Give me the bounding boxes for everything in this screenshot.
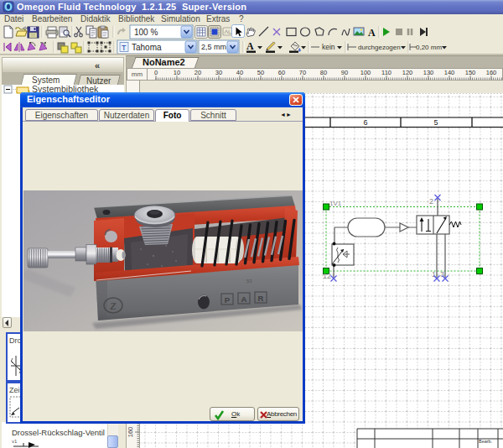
svg-text:20: 20 — [194, 69, 201, 76]
svg-text:Z: Z — [109, 300, 117, 312]
svg-text:6: 6 — [363, 118, 367, 127]
svg-text:53: 53 — [246, 279, 252, 284]
svg-text:140: 140 — [444, 69, 455, 76]
svg-text:v1: v1 — [12, 439, 18, 444]
svg-text:5: 5 — [433, 118, 438, 127]
svg-text:A: A — [368, 27, 376, 39]
svg-text:160: 160 — [486, 69, 497, 76]
svg-text:Zei: Zei — [9, 386, 20, 394]
svg-text:12: 12 — [323, 272, 331, 280]
svg-text:150: 150 — [465, 69, 476, 76]
svg-text:A: A — [246, 40, 254, 52]
svg-text:10: 10 — [174, 69, 180, 76]
svg-text:0: 0 — [154, 69, 158, 76]
svg-text:A: A — [241, 294, 247, 304]
svg-text:0,20 mm: 0,20 mm — [416, 44, 442, 51]
svg-text:P: P — [225, 295, 231, 305]
svg-text:T: T — [122, 44, 127, 52]
svg-text:160: 160 — [127, 427, 134, 438]
svg-text:40: 40 — [236, 69, 243, 76]
svg-text:100: 100 — [360, 69, 371, 76]
svg-text:90: 90 — [341, 69, 348, 76]
svg-text:50: 50 — [257, 69, 264, 76]
svg-text:120: 120 — [402, 69, 413, 76]
svg-text:1V1: 1V1 — [329, 200, 342, 207]
svg-text:Tahoma: Tahoma — [132, 43, 162, 52]
svg-text:kein: kein — [322, 43, 335, 51]
svg-text:70: 70 — [299, 69, 306, 76]
svg-text:R: R — [258, 294, 264, 303]
svg-text:30: 30 — [215, 69, 222, 76]
svg-text:100 %: 100 % — [134, 28, 158, 37]
svg-text:110: 110 — [381, 69, 392, 76]
svg-text:2,5 mm: 2,5 mm — [201, 43, 226, 51]
svg-text:2: 2 — [429, 197, 433, 206]
svg-text:80: 80 — [320, 69, 327, 76]
svg-text:60: 60 — [278, 69, 285, 76]
svg-text:130: 130 — [423, 69, 434, 76]
svg-text:durchgezogen: durchgezogen — [358, 44, 401, 51]
svg-text:Bearb.: Bearb. — [479, 439, 493, 444]
